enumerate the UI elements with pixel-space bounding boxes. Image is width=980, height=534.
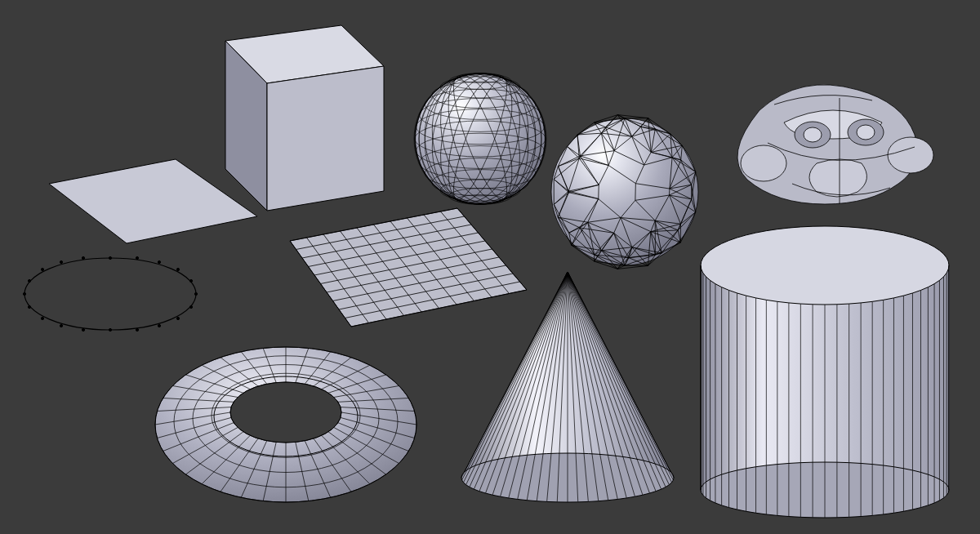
svg-point-294 xyxy=(888,137,933,173)
svg-point-24 xyxy=(28,305,30,308)
mesh-uv-sphere[interactable] xyxy=(412,65,548,212)
svg-point-8 xyxy=(60,260,62,263)
svg-point-9 xyxy=(82,256,84,259)
svg-point-12 xyxy=(158,260,160,263)
svg-marker-25 xyxy=(290,208,527,327)
svg-point-16 xyxy=(189,305,192,308)
svg-point-297 xyxy=(804,127,822,142)
svg-point-22 xyxy=(60,324,62,327)
svg-point-10 xyxy=(109,256,111,259)
svg-point-14 xyxy=(189,279,192,282)
svg-point-21 xyxy=(82,328,84,331)
mesh-cube[interactable] xyxy=(225,25,384,211)
mesh-torus[interactable] xyxy=(155,347,416,502)
svg-point-15 xyxy=(194,292,197,295)
mesh-icosphere[interactable] xyxy=(551,115,698,269)
svg-line-280 xyxy=(617,265,648,269)
mesh-cylinder[interactable] xyxy=(701,226,950,518)
mesh-circle[interactable] xyxy=(23,256,197,331)
svg-point-293 xyxy=(741,145,786,181)
svg-point-5 xyxy=(23,292,25,295)
svg-point-18 xyxy=(158,324,160,327)
mesh-suzanne[interactable] xyxy=(737,85,933,204)
svg-point-298 xyxy=(857,125,875,140)
svg-point-20 xyxy=(109,328,111,331)
viewport-3d[interactable] xyxy=(0,0,980,534)
mesh-plane[interactable] xyxy=(49,159,257,243)
svg-point-19 xyxy=(136,328,138,331)
svg-point-11 xyxy=(136,256,138,259)
mesh-grid[interactable] xyxy=(290,208,527,327)
svg-marker-3 xyxy=(267,66,384,211)
svg-point-23 xyxy=(41,317,43,319)
svg-line-115 xyxy=(617,115,648,118)
svg-point-6 xyxy=(28,279,30,282)
svg-point-17 xyxy=(176,317,179,319)
svg-point-301 xyxy=(230,382,341,443)
svg-point-7 xyxy=(41,268,43,270)
mesh-cone[interactable] xyxy=(461,272,674,502)
svg-point-4 xyxy=(24,258,196,330)
svg-point-13 xyxy=(176,268,179,270)
svg-marker-0 xyxy=(49,159,257,243)
svg-point-48 xyxy=(415,73,546,204)
svg-point-381 xyxy=(701,226,949,305)
